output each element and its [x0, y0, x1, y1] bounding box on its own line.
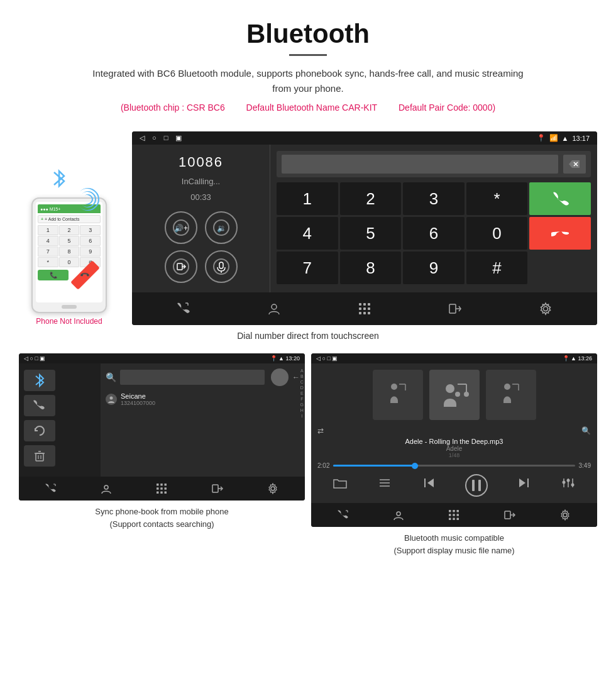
music-bottom-dialpad[interactable] — [446, 507, 461, 523]
music-search-icon[interactable]: 🔍 — [581, 426, 591, 435]
pb-back-arrow[interactable]: ← — [292, 373, 300, 382]
music-nav-recents[interactable]: □ — [327, 355, 330, 362]
music-play-icon[interactable] — [465, 474, 488, 497]
dial-key-5[interactable]: 5 — [340, 217, 402, 250]
svg-rect-80 — [457, 510, 459, 512]
phone-key-0[interactable]: 0 — [59, 257, 80, 267]
spec-pair: Default Pair Code: 0000) — [399, 102, 495, 113]
phone-key-8[interactable]: 8 — [59, 246, 80, 257]
svg-point-72 — [567, 479, 570, 482]
phone-key-5[interactable]: 5 — [59, 236, 80, 246]
shuffle-icon[interactable]: ⇄ — [317, 426, 324, 435]
bottom-settings-icon[interactable] — [536, 299, 556, 319]
music-bottom-settings[interactable] — [558, 507, 573, 523]
pb-delete-icon[interactable] — [24, 445, 55, 467]
dial-key-4[interactable]: 4 — [277, 217, 338, 250]
svg-rect-28 — [36, 453, 43, 461]
dial-key-hash[interactable]: # — [466, 252, 528, 284]
music-prev-icon[interactable] — [421, 474, 438, 492]
bottom-dialpad-icon[interactable] — [355, 299, 375, 319]
svg-rect-85 — [453, 518, 456, 521]
dial-key-2[interactable]: 2 — [340, 182, 402, 215]
music-status-bar: ◁ ○ □ ▣ 📍 ▲ 13:26 — [311, 353, 597, 363]
pb-nav-back[interactable]: ◁ — [24, 355, 28, 362]
pb-nav-recents[interactable]: □ — [35, 355, 38, 362]
nav-menu[interactable]: ▣ — [175, 134, 182, 142]
pb-bottom-contacts[interactable] — [99, 481, 114, 496]
dial-key-0[interactable]: 0 — [466, 217, 528, 250]
pb-contact-item[interactable]: Seicane 13241007000 — [106, 390, 300, 409]
title-underline — [289, 54, 327, 56]
pb-bottom-settings[interactable] — [265, 481, 280, 496]
phone-key-3[interactable]: 3 — [80, 225, 101, 235]
nav-recents[interactable]: □ — [164, 134, 168, 142]
phone-key-7[interactable]: 7 — [38, 246, 58, 257]
phone-key-9[interactable]: 9 — [80, 246, 101, 257]
music-bottom-phone[interactable] — [336, 507, 351, 523]
svg-point-56 — [464, 392, 469, 397]
svg-point-36 — [104, 485, 108, 489]
bottom-phone-icon[interactable] — [173, 299, 194, 319]
music-nav-home[interactable]: ○ — [322, 355, 326, 362]
svg-point-55 — [455, 392, 460, 397]
pb-nav-home[interactable]: ○ — [30, 355, 33, 362]
dial-key-3[interactable]: 3 — [403, 182, 465, 215]
phone-key-1[interactable]: 1 — [38, 225, 58, 235]
music-nav-back[interactable]: ◁ — [316, 355, 321, 362]
phone-bottom-btns: 📞 📞 — [38, 270, 101, 280]
music-bottom-contacts[interactable] — [391, 507, 406, 523]
page-header: Bluetooth Integrated with BC6 Bluetooth … — [0, 0, 616, 131]
svg-point-52 — [446, 384, 454, 393]
dial-key-8[interactable]: 8 — [340, 252, 402, 284]
pb-bottom-dialpad[interactable] — [154, 481, 169, 496]
pb-bottom-phone[interactable] — [43, 481, 58, 496]
phone-key-4[interactable]: 4 — [38, 236, 58, 246]
dial-key-1[interactable]: 1 — [277, 182, 338, 215]
dial-input-field[interactable] — [282, 155, 558, 174]
volume-down-button[interactable]: 🔉 — [205, 211, 238, 244]
phone-key-6[interactable]: 6 — [80, 236, 101, 246]
phone-home-button[interactable] — [62, 305, 77, 309]
music-screen: ◁ ○ □ ▣ 📍 ▲ 13:26 — [311, 353, 597, 527]
pb-refresh-icon[interactable] — [24, 420, 55, 441]
music-next-icon[interactable] — [515, 474, 532, 492]
dial-call-red[interactable] — [529, 217, 591, 250]
music-progress-row: 2:02 3:49 — [317, 462, 591, 469]
dial-key-7[interactable]: 7 — [277, 252, 338, 284]
svg-rect-84 — [449, 518, 451, 521]
pb-bottom-bar — [19, 477, 305, 501]
call-controls: 🔊+ 🔉 — [165, 211, 238, 244]
dial-key-9[interactable]: 9 — [403, 252, 465, 284]
pb-nav-menu[interactable]: ▣ — [40, 355, 45, 362]
transfer-button[interactable] — [165, 250, 197, 283]
volume-up-button[interactable]: 🔊+ — [165, 211, 197, 244]
music-folder-icon[interactable] — [331, 474, 349, 492]
microphone-button[interactable] — [205, 250, 238, 283]
phone-key-2[interactable]: 2 — [59, 225, 80, 235]
nav-home[interactable]: ○ — [152, 134, 157, 142]
dial-call-green[interactable] — [529, 182, 591, 215]
dial-delete-button[interactable] — [563, 155, 586, 174]
bottom-contacts-icon[interactable] — [264, 299, 284, 319]
svg-rect-83 — [457, 514, 459, 516]
dial-key-star[interactable]: * — [466, 182, 528, 215]
pb-bluetooth-icon[interactable] — [24, 370, 55, 391]
phonebook-caption-line1: Sync phone-book from mobile phone — [21, 506, 302, 518]
pb-search-input[interactable] — [120, 370, 265, 385]
music-list-icon[interactable] — [376, 474, 393, 492]
progress-bar[interactable] — [333, 465, 575, 467]
bottom-transfer-icon[interactable] — [445, 299, 465, 319]
dial-key-6[interactable]: 6 — [403, 217, 465, 250]
pb-phone-icon[interactable] — [24, 395, 55, 416]
svg-rect-17 — [363, 303, 366, 306]
pb-bottom-transfer[interactable] — [210, 481, 225, 496]
music-bottom-transfer[interactable] — [502, 507, 517, 523]
phone-key-star[interactable]: * — [38, 257, 58, 267]
phone-call-green[interactable]: 📞 — [38, 270, 69, 280]
svg-rect-65 — [472, 480, 475, 491]
music-title: Adele - Rolling In the Deep.mp3 — [405, 438, 503, 445]
music-nav-menu[interactable]: ▣ — [332, 355, 338, 362]
svg-rect-81 — [449, 514, 451, 516]
nav-back[interactable]: ◁ — [140, 134, 145, 142]
music-eq-icon[interactable] — [559, 474, 577, 492]
